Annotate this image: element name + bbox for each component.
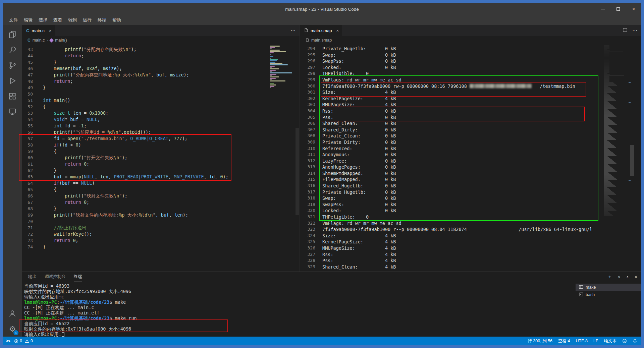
breadcrumb-item[interactable]: main() xyxy=(55,38,67,43)
line-number[interactable]: 329 xyxy=(300,264,322,270)
tab-main-smap[interactable]: main.smap × xyxy=(300,25,342,36)
code-line[interactable]: 329Shared_Clean: 4 kB xyxy=(300,264,602,270)
line-number[interactable]: 308 xyxy=(300,133,322,139)
code-line[interactable]: 67 return 0; xyxy=(22,199,269,206)
scrollbar-thumb[interactable] xyxy=(296,128,299,215)
code-line[interactable]: 64 if(buf == NULL) xyxy=(22,180,269,186)
line-number[interactable]: 314 xyxy=(300,170,322,177)
code-line[interactable]: 314ShmemPmdMapped: 0 kB xyxy=(300,170,602,177)
line-number[interactable]: 322 xyxy=(300,220,322,227)
code-line[interactable]: 70 xyxy=(22,218,269,225)
line-number[interactable]: 43 xyxy=(22,46,43,53)
close-panel-icon[interactable]: × xyxy=(635,274,637,280)
line-number[interactable]: 321 xyxy=(300,214,322,220)
code-line[interactable]: 308Private_Clean: 0 kB xyxy=(300,133,602,139)
code-line[interactable]: 63 buf = mmap(NULL, len, PROT_READ|PROT_… xyxy=(22,174,269,180)
minimap[interactable] xyxy=(602,44,629,272)
code-line[interactable]: 45 } xyxy=(22,59,269,65)
code-line[interactable]: 316Shared_Hugetlb: 0 kB xyxy=(300,183,602,189)
code-line[interactable]: 74} xyxy=(22,244,269,250)
code-line[interactable]: 3007f3fa9aaf000-7f3fa9ab0000 rw-p 000000… xyxy=(300,83,602,90)
menu-item-5[interactable]: 运行 xyxy=(80,15,95,25)
indentation-status[interactable]: 空格:4 xyxy=(558,338,570,344)
code-line[interactable]: 310Referenced: 0 kB xyxy=(300,146,602,152)
line-number[interactable]: 60 xyxy=(22,155,43,161)
code-line[interactable]: 309Private_Dirty: 0 kB xyxy=(300,139,602,146)
code-line[interactable]: 321THPeligible: 0 xyxy=(300,214,602,220)
breadcrumb-item[interactable]: main.smap xyxy=(311,38,332,43)
line-number[interactable]: 309 xyxy=(300,139,322,146)
code-line[interactable]: 3237f3fa9ab0000-7f3fa9ab1000 r--p 000000… xyxy=(300,226,602,233)
line-number[interactable]: 58 xyxy=(22,142,43,148)
line-number[interactable]: 318 xyxy=(300,195,322,201)
terminal-list-item-make[interactable]: make xyxy=(576,284,641,291)
chevron-down-icon[interactable]: ∨ xyxy=(618,275,621,279)
close-button[interactable]: × xyxy=(626,3,641,15)
editor-main-smap[interactable]: 294Private_Hugetlb: 0 kB295Swap: 0 kB296… xyxy=(300,44,641,272)
line-number[interactable]: 59 xyxy=(22,148,43,155)
code-line[interactable]: 43 printf("分配内存空间失败\n"); xyxy=(22,46,269,53)
code-line[interactable]: 318Swap: 0 kB xyxy=(300,195,602,201)
line-number[interactable]: 68 xyxy=(22,206,43,212)
line-number[interactable]: 295 xyxy=(300,52,322,58)
code-line[interactable]: 299VmFlags: rd wr mr mw me ac sd xyxy=(300,77,602,83)
line-number[interactable]: 71 xyxy=(22,225,43,231)
line-number[interactable]: 323 xyxy=(300,226,322,233)
code-line[interactable]: 327Rss: 4 kB xyxy=(300,251,602,258)
code-line[interactable]: 298THPeligible: 0 xyxy=(300,70,602,77)
line-number[interactable]: 72 xyxy=(22,231,43,237)
line-number[interactable]: 307 xyxy=(300,127,322,133)
menu-item-3[interactable]: 查看 xyxy=(50,15,65,25)
code-line[interactable]: 305Pss: 0 kB xyxy=(300,114,602,121)
code-line[interactable]: 304Rss: 0 kB xyxy=(300,108,602,114)
scrollbar-thumb[interactable] xyxy=(630,145,634,176)
code-line[interactable]: 66 printf("映射文件失败\n"); xyxy=(22,193,269,199)
code-line[interactable]: 312LazyFree: 0 kB xyxy=(300,158,602,164)
line-number[interactable]: 301 xyxy=(300,89,322,96)
line-number[interactable]: 302 xyxy=(300,96,322,102)
code-line[interactable]: 297Locked: 0 kB xyxy=(300,64,602,71)
code-line[interactable]: 326MMUPageSize: 4 kB xyxy=(300,245,602,251)
code-line[interactable]: 315FilePmdMapped: 0 kB xyxy=(300,176,602,183)
code-line[interactable]: 295Swap: 0 kB xyxy=(300,52,602,58)
line-number[interactable]: 326 xyxy=(300,245,322,251)
line-number[interactable]: 57 xyxy=(22,135,43,142)
line-number[interactable]: 304 xyxy=(300,108,322,114)
encoding-status[interactable]: UTF-8 xyxy=(576,339,587,343)
code-line[interactable]: 58 if(fd < 0) xyxy=(22,142,269,148)
activitybar-source-control-icon[interactable] xyxy=(4,58,20,73)
code-line[interactable]: 62 } xyxy=(22,167,269,174)
code-line[interactable]: 44 return; xyxy=(22,53,269,59)
line-number[interactable]: 47 xyxy=(22,72,43,78)
code-line[interactable]: 59 { xyxy=(22,148,269,155)
menu-item-7[interactable]: 帮助 xyxy=(109,15,124,25)
code-line[interactable]: 72 waitforKeyc(); xyxy=(22,231,269,237)
line-number[interactable]: 294 xyxy=(300,46,322,52)
line-number[interactable]: 328 xyxy=(300,257,322,264)
split-editor-icon[interactable] xyxy=(623,27,628,34)
terminal-list-item-bash[interactable]: bash xyxy=(576,291,641,298)
line-number[interactable]: 327 xyxy=(300,251,322,258)
line-number[interactable]: 299 xyxy=(300,77,322,83)
line-number[interactable]: 297 xyxy=(300,64,322,71)
close-tab-icon[interactable]: × xyxy=(336,28,339,33)
line-number[interactable]: 69 xyxy=(22,212,43,218)
code-line[interactable]: 56 printf("当前应用id = %d\n",getpid()); xyxy=(22,129,269,135)
code-line[interactable]: 51int main() xyxy=(22,97,269,104)
code-line[interactable]: 325KernelPageSize: 4 kB xyxy=(300,239,602,245)
minimap[interactable] xyxy=(269,44,295,272)
line-number[interactable]: 44 xyxy=(22,53,43,59)
menu-item-4[interactable]: 转到 xyxy=(65,15,80,25)
code-line[interactable]: 47 printf("分配内存空间地址:%p 大小:%ld\n", buf, m… xyxy=(22,72,269,78)
tab-main-c[interactable]: C main.c × xyxy=(22,25,55,36)
code-line[interactable]: 302KernelPageSize: 4 kB xyxy=(300,96,602,102)
notifications-bell-icon[interactable] xyxy=(633,339,637,343)
language-mode[interactable]: 纯文本 xyxy=(604,338,617,344)
code-line[interactable]: 68 } xyxy=(22,206,269,212)
code-line[interactable]: 324Size: 4 kB xyxy=(300,233,602,239)
line-number[interactable]: 303 xyxy=(300,102,322,108)
code-line[interactable]: 322VmFlags: rd wr mr mw me ac sd xyxy=(300,220,602,227)
code-line[interactable]: 320Locked: 0 kB xyxy=(300,208,602,214)
activitybar-remote-explorer-icon[interactable] xyxy=(4,104,20,119)
line-number[interactable]: 311 xyxy=(300,152,322,158)
